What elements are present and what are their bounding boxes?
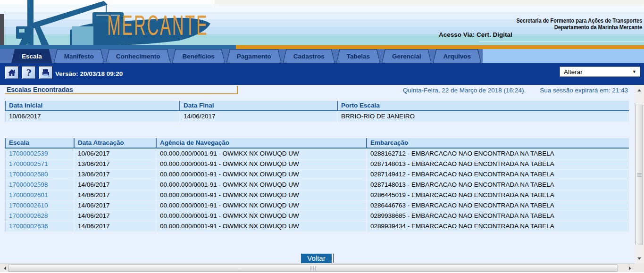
- data-atracacao-cell: 14/06/2017: [74, 190, 156, 200]
- data-atracacao-cell: 14/06/2017: [74, 201, 156, 211]
- toolbar: ? Versão: 20/03/18 09:20 Alterar ▼: [0, 63, 644, 85]
- embarcacao-cell: 0287148013 - EMBARCACAO NAO ENCONTRADA N…: [366, 159, 629, 169]
- scroll-right-button[interactable]: [626, 265, 634, 272]
- embarcacao-cell: 0286446763 - EMBARCACAO NAO ENCONTRADA N…: [366, 201, 629, 211]
- table-row: 1700000259814/06/201700.000.000/0001-91 …: [5, 180, 629, 190]
- help-icon: ?: [26, 67, 31, 78]
- tab-cadastros[interactable]: Cadastros: [283, 49, 335, 63]
- agencia-cell: 00.000.000/0001-91 - OWMKX NX OIWUQD UW: [156, 170, 366, 180]
- org-name: Secretaria de Formento para Ações de Tra…: [516, 17, 642, 31]
- tab-beneficios[interactable]: Benefícios: [172, 49, 225, 63]
- brand-title: MERCANTE: [107, 11, 209, 40]
- access-underline: [479, 41, 644, 42]
- table-row: 1700000260114/06/201700.000.000/0001-91 …: [5, 190, 629, 200]
- scroll-down-button[interactable]: [635, 255, 644, 262]
- escala-link[interactable]: 17000002539: [5, 149, 74, 159]
- tab-tabelas[interactable]: Tabelas: [336, 49, 380, 63]
- arrow-right-icon: [629, 266, 631, 270]
- results-header-escala: Escala: [5, 138, 74, 148]
- page-title: Escalas Encontradas: [7, 86, 73, 93]
- embarcacao-cell: 0288162712 - EMBARCACAO NAO ENCONTRADA N…: [366, 149, 629, 159]
- filter-header-porto-escala: Porto Escala: [337, 101, 629, 110]
- results-table-header: Escala Data Atracação Agência de Navegaç…: [5, 138, 629, 149]
- tab-arquivos[interactable]: Arquivos: [433, 49, 482, 63]
- horizontal-scrollbar-thumb[interactable]: [8, 265, 618, 272]
- agencia-cell: 00.000.000/0001-91 - OWMKX NX OIWUQD UW: [156, 201, 366, 211]
- table-row: 1700000263614/06/201700.000.000/0001-91 …: [5, 222, 629, 232]
- accent-strip-blue: [0, 45, 236, 49]
- escala-link[interactable]: 17000002628: [5, 211, 74, 221]
- scrollbar-corner: [635, 264, 644, 272]
- results-header-data-atracacao: Data Atracação: [74, 138, 156, 148]
- thumb-grip: [309, 266, 317, 270]
- agencia-cell: 00.000.000/0001-91 - OWMKX NX OIWUQD UW: [156, 159, 366, 169]
- version-label: Versão: 20/03/18 09:20: [55, 63, 123, 85]
- horizontal-scrollbar[interactable]: [0, 264, 635, 272]
- text-cursor: [333, 254, 334, 263]
- home-icon: [7, 68, 17, 77]
- escala-link[interactable]: 17000002601: [5, 190, 74, 200]
- main-nav: Escala Manifesto Conhecimento Benefícios…: [0, 49, 644, 63]
- scroll-left-button[interactable]: [1, 265, 8, 272]
- vertical-scrollbar[interactable]: [635, 85, 644, 264]
- action-dropdown-value: Alterar: [564, 68, 583, 75]
- results-header-agencia: Agência de Navegação: [156, 138, 366, 148]
- escala-link[interactable]: 17000002636: [5, 222, 74, 232]
- table-row: 1700000253910/06/201700.000.000/0001-91 …: [5, 149, 629, 159]
- filter-table-header: Data Inicial Data Final Porto Escala: [5, 101, 629, 111]
- vertical-scrollbar-thumb[interactable]: [635, 105, 643, 245]
- escala-link[interactable]: 17000002610: [5, 201, 74, 211]
- escala-link[interactable]: 17000002598: [5, 180, 74, 190]
- table-row: 1700000258013/06/201700.000.000/0001-91 …: [5, 170, 629, 180]
- embarcacao-cell: 0287148013 - EMBARCACAO NAO ENCONTRADA N…: [366, 180, 629, 190]
- agencia-cell: 00.000.000/0001-91 - OWMKX NX OIWUQD UW: [156, 149, 366, 159]
- table-row: 1700000257113/06/201700.000.000/0001-91 …: [5, 159, 629, 169]
- top-strip: [215, 0, 644, 4]
- agencia-cell: 00.000.000/0001-91 - OWMKX NX OIWUQD UW: [156, 211, 366, 221]
- tab-manifesto[interactable]: Manifesto: [54, 49, 104, 63]
- scroll-up-button[interactable]: [635, 86, 644, 94]
- org-line2: Departamento da Marinha Mercante: [516, 24, 642, 31]
- session-expiry: Sua sessão expirará em: 21:43: [540, 87, 628, 94]
- filter-table-row: 10/06/2017 14/06/2017 BRRIO-RIO DE JANEI…: [5, 112, 629, 122]
- data-atracacao-cell: 10/06/2017: [74, 149, 156, 159]
- access-via-label: Acesso Via: Cert. Digital: [439, 31, 512, 38]
- home-button[interactable]: [5, 66, 19, 79]
- tabs-container: Escala Manifesto Conhecimento Benefícios…: [0, 49, 483, 63]
- agencia-cell: 00.000.000/0001-91 - OWMKX NX OIWUQD UW: [156, 180, 366, 190]
- tab-conhecimento[interactable]: Conhecimento: [106, 49, 171, 63]
- data-atracacao-cell: 14/06/2017: [74, 222, 156, 232]
- filter-header-data-final: Data Final: [179, 101, 337, 110]
- arrow-down-icon: [637, 257, 641, 260]
- voltar-button[interactable]: Voltar: [301, 254, 331, 263]
- escala-link[interactable]: 17000002580: [5, 170, 74, 180]
- filter-value-porto-escala: BRRIO-RIO DE JANEIRO: [337, 112, 629, 122]
- help-button[interactable]: ?: [22, 66, 36, 79]
- data-atracacao-cell: 14/06/2017: [74, 211, 156, 221]
- embarcacao-cell: 0289938685 - EMBARCACAO NAO ENCONTRADA N…: [366, 211, 629, 221]
- accent-strip-orange: [236, 45, 644, 49]
- status-line: Quinta-Feira, 22 de Março de 2018 (16:24…: [403, 87, 628, 94]
- results-header-embarcacao: Embarcação: [366, 138, 629, 148]
- tab-escala[interactable]: Escala: [11, 49, 52, 63]
- app-header: MERCANTE Secretaria de Formento para Açõ…: [0, 0, 644, 45]
- filter-value-data-final: 14/06/2017: [179, 112, 337, 122]
- results-table: Escala Data Atracação Agência de Navegaç…: [5, 138, 629, 232]
- arrow-left-icon: [4, 266, 6, 270]
- print-button[interactable]: [39, 66, 53, 79]
- content-frame: Escalas Encontradas Quinta-Feira, 22 de …: [0, 85, 635, 264]
- tab-gerencial[interactable]: Gerencial: [382, 49, 432, 63]
- filter-table: Data Inicial Data Final Porto Escala 10/…: [5, 101, 629, 122]
- data-atracacao-cell: 13/06/2017: [74, 170, 156, 180]
- escala-link[interactable]: 17000002571: [5, 159, 74, 169]
- embarcacao-cell: 0287149412 - EMBARCACAO NAO ENCONTRADA N…: [366, 170, 629, 180]
- filter-header-data-inicial: Data Inicial: [5, 101, 179, 110]
- tab-pagamento[interactable]: Pagamento: [226, 49, 282, 63]
- title-underline: Escalas Encontradas: [5, 86, 238, 94]
- action-dropdown[interactable]: Alterar ▼: [560, 66, 640, 77]
- accent-strip: [0, 45, 644, 49]
- data-atracacao-cell: 13/06/2017: [74, 159, 156, 169]
- printer-icon: [41, 68, 50, 77]
- data-atracacao-cell: 14/06/2017: [74, 180, 156, 190]
- voltar-row: Voltar: [0, 254, 635, 263]
